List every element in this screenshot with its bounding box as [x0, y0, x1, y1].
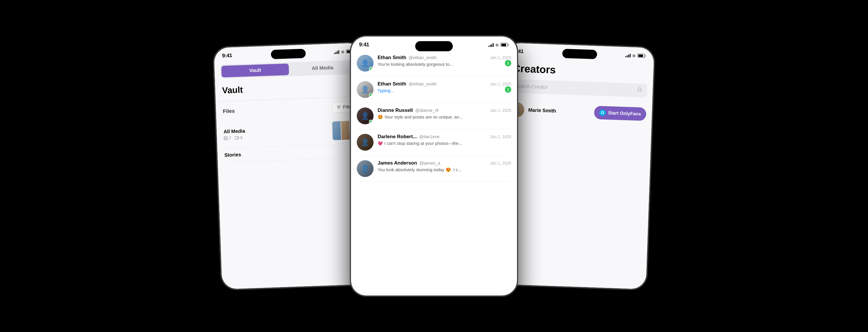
avatar-ethan-2: 👤 — [357, 81, 374, 98]
msg-name-4: Darlene Robert... — [378, 134, 417, 140]
dynamic-island-left — [271, 49, 306, 59]
msg-preview-4: 💗 I can't stop staring at your photos—th… — [378, 141, 499, 146]
vault-files-label: Files — [223, 108, 235, 114]
online-indicator-2 — [369, 93, 373, 98]
msg-handle-1: @ethan_smith — [408, 55, 437, 60]
message-item-5[interactable]: 👤 James Anderson @james_a Jan 1, 2025 Yo… — [357, 156, 511, 182]
avatar-face-4: 👤 — [357, 134, 374, 150]
creator-name-marie: Marie Smith — [528, 107, 590, 115]
msg-badge-1: 1 — [505, 60, 511, 66]
msg-name-3: Dianne Russell — [378, 108, 413, 113]
msg-header-2: Ethan Smith @ethan_smith Jan 1, 2025 — [378, 81, 511, 87]
msg-date-3: Jan 1, 2025 — [490, 108, 511, 113]
avatar-face-5: 👤 — [357, 160, 374, 177]
message-item-1[interactable]: 👤 Ethan Smith @ethan_smith Jan 1, 2025 Y… — [357, 50, 511, 77]
vault-meta-images: 7 — [224, 136, 231, 140]
msg-header-1: Ethan Smith @ethan_smith Jan 1, 2025 — [378, 55, 511, 60]
message-item-4[interactable]: 👤 Darlene Robert... @dar1ene Jan 1, 2025… — [357, 129, 511, 156]
search-placeholder: Search Creator — [515, 83, 634, 93]
vault-tab-all-media[interactable]: All Media — [289, 61, 356, 75]
start-onlyfans-label: Start OnlyFans — [608, 110, 641, 117]
vault-tab-vault[interactable]: Vault — [221, 63, 289, 77]
phones-container: 9:41 ⊜ Vault — [0, 0, 868, 332]
online-indicator-3 — [369, 120, 373, 124]
vault-item-row-all-media: All Media 7 — [223, 116, 359, 148]
msg-handle-4: @dar1ene — [419, 134, 439, 139]
message-list: 👤 Ethan Smith @ethan_smith Jan 1, 2025 Y… — [351, 50, 517, 182]
signal-icon-left — [334, 50, 339, 54]
avatar-dianne: 👤 — [357, 108, 374, 124]
phone-left: 9:41 ⊜ Vault — [213, 42, 372, 290]
msg-name-2: Ethan Smith — [378, 81, 406, 87]
msg-date-1: Jan 1, 2025 — [490, 55, 511, 60]
dynamic-island-right — [562, 49, 597, 59]
dynamic-island-center — [415, 41, 453, 51]
message-item-3[interactable]: 👤 Dianne Russell @dianne_rll Jan 1, 2025… — [357, 103, 511, 129]
video-icon — [235, 136, 239, 140]
time-left: 9:41 — [222, 52, 232, 59]
vault-screen: 9:41 ⊜ Vault — [214, 43, 371, 289]
image-icon — [224, 136, 228, 140]
vault-item-meta: 7 3 — [224, 135, 245, 140]
filter-icon — [337, 105, 341, 110]
msg-date-5: Jan 1, 2025 — [490, 161, 511, 165]
vault-tab-bar: Vault All Media — [220, 60, 358, 79]
phone-right: 9:41 ⊜ Creators — [496, 42, 655, 290]
vault-item-stories-name: Stories — [224, 152, 241, 158]
signal-icon-right — [625, 53, 630, 57]
vault-item-name: All Media — [223, 128, 245, 135]
msg-name-1: Ethan Smith — [378, 55, 406, 60]
battery-icon-center — [500, 43, 509, 47]
search-icon — [637, 87, 643, 94]
phone-center: 9:41 ⊜ — [350, 36, 518, 296]
msg-preview-typing-2: Typing... — [378, 88, 499, 93]
msg-header-4: Darlene Robert... @dar1ene Jan 1, 2025 — [378, 134, 511, 140]
msg-preview-3: 🤩 Your style and poses are so unique, an… — [378, 114, 499, 120]
avatar-ethan-1: 👤 — [357, 55, 374, 72]
msg-content-1: Ethan Smith @ethan_smith Jan 1, 2025 You… — [378, 55, 511, 66]
status-icons-center: ⊜ — [488, 43, 509, 47]
time-center: 9:41 — [359, 42, 369, 48]
vault-item-all-media[interactable]: All Media 7 — [216, 116, 366, 148]
creator-item-marie[interactable]: 👤 Marie Smith Start OnlyFans — [509, 99, 646, 125]
msg-preview-5: You look absolutely stunning today 😍. I … — [378, 167, 499, 172]
msg-badge-2: 1 — [505, 86, 511, 93]
msg-handle-5: @james_a — [419, 161, 440, 165]
start-onlyfans-button[interactable]: Start OnlyFans — [594, 106, 646, 121]
vault-item-stories-info: Stories — [224, 152, 241, 158]
svg-point-1 — [225, 137, 225, 138]
svg-rect-2 — [235, 136, 238, 139]
msg-content-3: Dianne Russell @dianne_rll Jan 1, 2025 🤩… — [378, 108, 511, 120]
video-count: 3 — [240, 135, 242, 140]
message-item-2[interactable]: 👤 Ethan Smith @ethan_smith Jan 1, 2025 T… — [357, 77, 511, 103]
wifi-icon-right: ⊜ — [632, 53, 636, 58]
avatar-darlene: 👤 — [357, 134, 374, 150]
msg-date-4: Jan 1, 2025 — [490, 134, 511, 139]
msg-content-4: Darlene Robert... @dar1ene Jan 1, 2025 💗… — [378, 134, 511, 146]
msg-handle-3: @dianne_rll — [415, 108, 438, 113]
messages-screen: 9:41 ⊜ — [351, 36, 517, 296]
wifi-icon-center: ⊜ — [495, 43, 499, 47]
msg-preview-1: You're looking absolutely gorgeous to... — [378, 62, 499, 66]
signal-icon-center — [488, 43, 494, 47]
image-count: 7 — [229, 136, 231, 140]
msg-header-3: Dianne Russell @dianne_rll Jan 1, 2025 — [378, 108, 511, 113]
onlyfans-icon — [599, 110, 606, 116]
msg-handle-2: @ethan_smith — [408, 81, 437, 86]
msg-content-5: James Anderson @james_a Jan 1, 2025 You … — [378, 160, 511, 172]
msg-date-2: Jan 1, 2025 — [490, 82, 511, 86]
status-icons-right: ⊜ — [625, 53, 646, 58]
wifi-icon-left: ⊜ — [341, 49, 345, 54]
avatar-james: 👤 — [357, 160, 374, 177]
battery-icon-right — [638, 54, 646, 58]
msg-header-5: James Anderson @james_a Jan 1, 2025 — [378, 160, 511, 166]
svg-point-3 — [638, 88, 641, 91]
msg-content-2: Ethan Smith @ethan_smith Jan 1, 2025 Typ… — [378, 81, 511, 93]
vault-item-info: All Media 7 — [223, 128, 245, 140]
msg-name-5: James Anderson — [378, 160, 417, 166]
creators-screen: 9:41 ⊜ Creators — [497, 43, 654, 289]
vault-meta-videos: 3 — [235, 135, 242, 140]
online-indicator-1 — [369, 67, 373, 71]
